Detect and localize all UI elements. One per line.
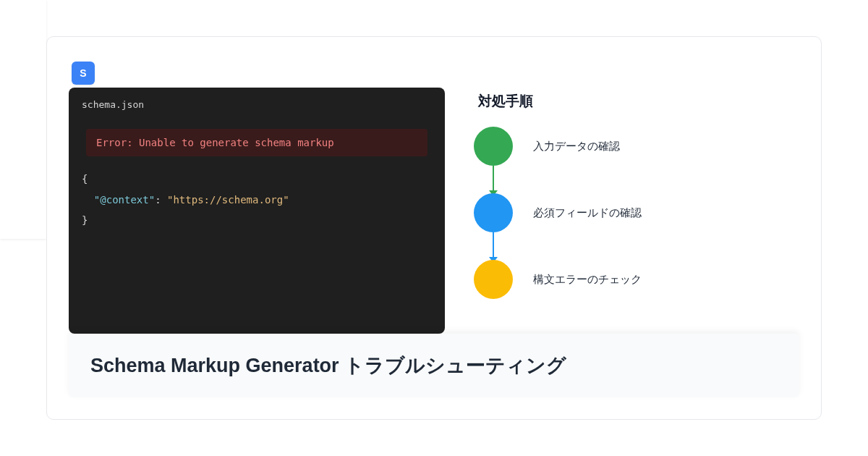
step-connector-2 [474,232,513,260]
badge-s: S [72,62,95,85]
step-row-1: 入力データの確認 [474,127,799,166]
footer-bar: Schema Markup Generator トラブルシューティング [69,334,799,397]
left-edge-panel [0,0,46,239]
step-connector-1 [474,166,513,193]
steps-title: 対処手順 [478,92,799,111]
code-panel: schema.json Error: Unable to generate sc… [69,88,445,334]
step-circle-icon [474,127,513,166]
code-filename: schema.json [82,98,432,113]
steps-panel: 対処手順 入力データの確認 必須フィールドの確認 構文エラーのチェック [474,88,799,334]
code-line-close: } [82,212,432,228]
step-row-3: 構文エラーのチェック [474,260,799,299]
step-label: 必須フィールドの確認 [533,206,642,220]
step-label: 入力データの確認 [533,140,620,153]
code-line-kv: "@context": "https://schema.org" [82,192,432,208]
main-card: S schema.json Error: Unable to generate … [46,36,822,420]
step-circle-icon [474,193,513,232]
content-row: schema.json Error: Unable to generate sc… [69,88,799,334]
code-error-banner: Error: Unable to generate schema markup [86,129,427,156]
step-label: 構文エラーのチェック [533,273,642,287]
step-circle-icon [474,260,513,299]
code-line-open: { [82,171,432,187]
footer-title: Schema Markup Generator トラブルシューティング [90,352,566,379]
step-row-2: 必須フィールドの確認 [474,193,799,232]
connector-line [493,166,494,193]
connector-line [493,232,494,260]
